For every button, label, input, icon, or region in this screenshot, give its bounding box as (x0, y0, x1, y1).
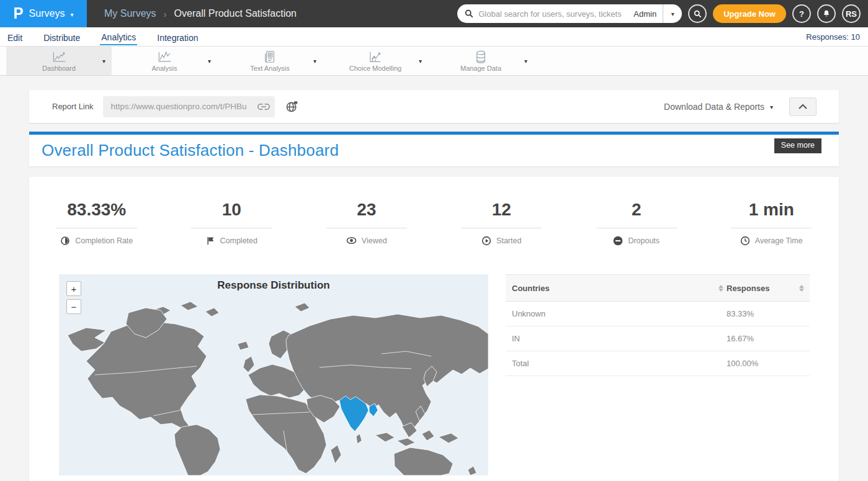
clock-icon (740, 236, 750, 246)
toolbar-text-analysis-label: Text Analysis (250, 65, 290, 72)
completion-gauge-icon (60, 236, 70, 246)
stat-label: Completion Rate (75, 236, 133, 245)
eye-icon (346, 236, 357, 245)
report-link-input[interactable] (110, 102, 255, 111)
stat-divider (326, 228, 407, 228)
nav-item-edit[interactable]: Edit (6, 29, 24, 45)
stat-started: 12 Started (434, 200, 570, 246)
response-distribution-map[interactable]: Response Distribution + − (59, 274, 488, 475)
search-button[interactable] (688, 4, 707, 23)
stat-value: 83.33% (29, 200, 164, 220)
breadcrumb-my-surveys[interactable]: My Surveys (104, 8, 156, 19)
page-title: Overall Product Satisfaction - Dashboard (42, 141, 339, 160)
text-analysis-icon (263, 50, 277, 64)
chevron-up-icon (798, 104, 808, 110)
nav-item-analytics[interactable]: Analytics (100, 29, 137, 45)
toolbar-text-analysis-caret[interactable]: ▾ (313, 58, 316, 65)
countries-table-header: Countries Responses (506, 274, 810, 302)
analytics-toolbar: Dashboard ▾ Analysis ▾ Text Analysis ▾ (0, 47, 868, 76)
report-link-bar: Report Link Download Data & Reports ▾ (29, 90, 839, 123)
upgrade-now-button[interactable]: Upgrade Now (713, 4, 786, 23)
stat-completion-rate: 83.33% Completion Rate (29, 200, 164, 246)
world-map[interactable] (59, 274, 488, 475)
stat-value: 23 (299, 200, 434, 220)
stats-row: 83.33% Completion Rate 10 (29, 200, 839, 246)
report-link-label: Report Link (52, 102, 93, 111)
top-bar: P Surveys ▾ My Surveys › Overall Product… (0, 0, 868, 27)
search-icon (465, 9, 473, 18)
stat-label: Viewed (362, 236, 387, 245)
chevron-down-icon: ▾ (70, 11, 73, 18)
map-zoom-out-button[interactable]: − (66, 299, 81, 314)
stat-value: 1 min (704, 200, 839, 220)
stat-average-time: 1 min Average Time (704, 200, 839, 246)
toolbar-analysis[interactable]: Analysis ▾ (112, 47, 217, 75)
stat-value: 2 (569, 200, 704, 220)
stat-divider (56, 228, 137, 228)
survey-nav: Edit Distribute Analytics Integration Re… (0, 27, 868, 47)
globe-lock-icon[interactable] (285, 100, 298, 113)
responses-count: Responses: 10 (806, 32, 868, 42)
analysis-chart-icon (156, 50, 172, 64)
dashboard-card: 83.33% Completion Rate 10 (29, 177, 839, 481)
bell-icon (822, 9, 831, 18)
play-circle-icon (481, 236, 491, 246)
toolbar-manage-data[interactable]: Manage Data ▾ (428, 47, 534, 75)
global-search: Admin ▾ (457, 4, 682, 23)
chevron-down-icon[interactable]: ▾ (770, 104, 773, 110)
stat-viewed: 23 Viewed (299, 200, 434, 246)
responses-column-header[interactable]: Responses (727, 284, 796, 293)
global-search-input[interactable] (478, 9, 627, 19)
product-name: Surveys (29, 8, 65, 19)
toolbar-dashboard[interactable]: Dashboard ▾ (6, 47, 112, 75)
link-icon[interactable] (257, 102, 270, 111)
countries-column-header[interactable]: Countries (512, 284, 715, 293)
dashboard-chart-icon (51, 50, 67, 64)
search-scope-dropdown[interactable]: ▾ (663, 11, 682, 17)
stat-label: Completed (220, 236, 257, 245)
country-cell: Total (512, 359, 715, 368)
nav-item-integration[interactable]: Integration (156, 29, 199, 45)
report-actions: Download Data & Reports ▾ (664, 97, 817, 116)
report-link-field (103, 96, 275, 117)
nav-item-distribute[interactable]: Distribute (42, 29, 81, 45)
toolbar-text-analysis[interactable]: Text Analysis ▾ (217, 47, 323, 75)
stat-label: Started (496, 236, 521, 245)
see-more-tooltip: See more (774, 138, 821, 153)
title-card: Overall Product Satisfaction - Dashboard (29, 135, 839, 166)
table-row: Total 100.00% (506, 351, 810, 376)
flag-icon (206, 236, 215, 246)
dashboard-page: Report Link Download Data & Reports ▾ (0, 90, 868, 481)
toolbar-manage-data-caret[interactable]: ▾ (524, 58, 527, 65)
topbar-actions: Admin ▾ Upgrade Now ? RS (457, 4, 868, 23)
notifications-button[interactable] (817, 4, 836, 23)
surveys-product-menu[interactable]: P Surveys ▾ (0, 0, 87, 27)
stat-divider (461, 228, 542, 228)
toolbar-choice-modelling-caret[interactable]: ▾ (419, 58, 422, 65)
choice-modelling-icon (368, 50, 383, 64)
minus-circle-icon (613, 236, 623, 246)
sort-responses-icon[interactable] (796, 285, 807, 292)
breadcrumb-current-survey: Overall Product Satisfaction (174, 8, 297, 19)
map-zoom-controls: + − (66, 281, 81, 314)
database-icon (475, 50, 487, 64)
responses-cell: 16.67% (727, 334, 796, 343)
see-more-toggle-button[interactable] (789, 97, 817, 116)
toolbar-choice-modelling[interactable]: Choice Modelling ▾ (323, 47, 428, 75)
toolbar-analysis-label: Analysis (152, 65, 177, 72)
breadcrumb: My Surveys › Overall Product Satisfactio… (104, 8, 297, 19)
download-data-reports-dropdown[interactable]: Download Data & Reports (664, 102, 764, 112)
title-block: Overall Product Satisfaction - Dashboard (29, 132, 839, 166)
toolbar-analysis-caret[interactable]: ▾ (208, 58, 211, 65)
toolbar-choice-modelling-label: Choice Modelling (349, 65, 401, 72)
toolbar-dashboard-caret[interactable]: ▾ (102, 58, 105, 65)
toolbar-dashboard-label: Dashboard (42, 65, 76, 72)
user-avatar[interactable]: RS (842, 4, 861, 23)
map-zoom-in-button[interactable]: + (66, 281, 81, 296)
responses-cell: 100.00% (727, 359, 796, 368)
table-row: IN 16.67% (506, 326, 810, 351)
sort-countries-icon[interactable] (715, 285, 727, 292)
help-button[interactable]: ? (792, 4, 811, 23)
stat-completed: 10 Completed (164, 200, 300, 246)
stat-divider (596, 228, 677, 228)
